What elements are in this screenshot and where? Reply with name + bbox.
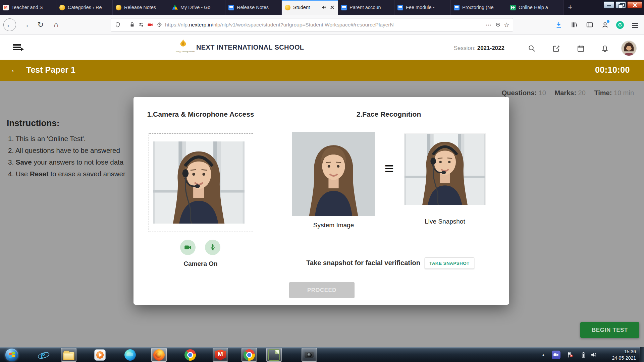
bookmark-star-icon[interactable]: ☆ <box>504 21 509 29</box>
tab-label: Student <box>293 5 319 10</box>
browser-tab-proctoring-ne[interactable]: Proctoring (Ne <box>451 0 507 15</box>
user-avatar[interactable] <box>621 41 637 56</box>
forward-button[interactable]: → <box>19 18 32 31</box>
tracking-shield-icon[interactable] <box>114 21 121 28</box>
url-text[interactable]: https://nlp.nexterp.in/nlp/nlp/v1/worksp… <box>165 22 482 28</box>
browser-tab-release-notes[interactable]: Release Notes <box>113 0 169 15</box>
pocket-icon[interactable] <box>495 21 501 28</box>
minimize-button[interactable] <box>604 1 614 8</box>
system-image <box>292 132 375 216</box>
tab-label: Categories ‹ Re <box>68 5 109 10</box>
edge-browser[interactable] <box>122 348 138 362</box>
internet-explorer[interactable]: e <box>35 348 51 362</box>
test-back-arrow-icon[interactable]: ← <box>10 64 19 75</box>
search-icon[interactable] <box>527 44 536 53</box>
test-title-bar: ← Test Paper 1 00:10:00 <box>0 60 644 81</box>
grammarly-icon[interactable]: G <box>616 21 624 29</box>
notes-icon <box>268 349 280 361</box>
mcafee-icon: M <box>215 349 226 361</box>
lock-icon[interactable] <box>129 21 136 28</box>
permissions-icon[interactable] <box>138 21 145 28</box>
action-center-flag-icon[interactable] <box>566 347 574 362</box>
library-icon[interactable] <box>570 21 578 29</box>
restore-button[interactable] <box>615 1 626 8</box>
notifications-bell-icon[interactable] <box>600 44 609 53</box>
home-icon: ⌂ <box>54 21 58 28</box>
file-explorer[interactable] <box>61 348 76 362</box>
take-snapshot-button[interactable]: TAKE SNAPSHOT <box>425 257 474 269</box>
instruction-text: 2. All questions have to be answered <box>8 146 120 154</box>
begin-test-button[interactable]: BEGIN TEST <box>580 322 639 338</box>
home-button[interactable]: ⌂ <box>50 18 62 31</box>
proctoring-modal: 1.Camera & Microphone Access 2.Face Reco… <box>133 97 509 305</box>
camera-status-label: Camera On <box>133 260 268 267</box>
notes-app[interactable] <box>266 348 282 362</box>
account-icon[interactable] <box>601 21 609 29</box>
zoom-meeting-tray-icon[interactable] <box>551 347 560 362</box>
browser-tab-student[interactable]: Student <box>282 0 338 15</box>
instruction-text: Save <box>16 158 32 166</box>
questions-value: 10 <box>539 89 546 97</box>
taskbar: eM ▲ 15:3624-05-2021 <box>0 347 644 362</box>
browser-tab-release-notes[interactable]: Release Notes <box>225 0 282 15</box>
media-player[interactable] <box>92 348 108 362</box>
tab-label: Parent accoun <box>350 5 391 10</box>
battery-icon[interactable] <box>579 347 587 362</box>
camera-toggle-button[interactable] <box>180 240 196 255</box>
school-logo: Next_LearningPlatform <box>176 38 191 53</box>
calendar-icon[interactable] <box>576 44 585 53</box>
camera-in-use-icon[interactable] <box>147 21 154 28</box>
show-desktop-button[interactable] <box>640 347 644 362</box>
test-meta: Questions: 10 Marks: 20 Time: 10 min <box>502 89 634 97</box>
chrome-icon <box>244 349 255 361</box>
url-domain: nexterp.in <box>189 22 212 27</box>
camera-mic-section-title: 1.Camera & Microphone Access <box>133 110 268 118</box>
tab-close-icon[interactable] <box>330 5 335 10</box>
firefox-browser[interactable] <box>151 348 167 362</box>
browser-tab-my-drive-go[interactable]: My Drive - Go <box>169 0 225 15</box>
browser-menu-icon[interactable] <box>631 21 639 29</box>
start-button[interactable] <box>4 348 19 362</box>
downloads-icon[interactable] <box>554 21 563 29</box>
instruction-item: 4. Use Reset to erase a saved answer <box>8 170 136 178</box>
browser-tab-fee-module[interactable]: Fee module - <box>394 0 451 15</box>
time-label: Time: <box>594 89 612 97</box>
new-tab-button[interactable]: + <box>564 0 577 15</box>
hidden-icons-chevron[interactable]: ▲ <box>540 347 546 362</box>
back-button[interactable]: ← <box>3 18 16 31</box>
sidebar-icon[interactable] <box>585 21 594 29</box>
url-path: /nlp/nlp/v1/workspace/student?urlgroup=S… <box>212 22 394 27</box>
docs-tab-icon <box>397 5 403 10</box>
chrome-browser[interactable] <box>182 348 198 362</box>
reader-target-icon[interactable] <box>156 21 163 28</box>
window-controls <box>604 1 642 8</box>
tray-date: 24-05-2021 <box>604 355 636 361</box>
chrome-browser-2[interactable] <box>241 348 257 362</box>
webcam-app[interactable] <box>302 348 317 362</box>
tab-audio-icon[interactable] <box>321 5 327 10</box>
microphone-toggle-button[interactable] <box>205 240 220 255</box>
instruction-text: your answers to not lose data <box>32 158 124 166</box>
proceed-button[interactable]: PROCEED <box>289 282 355 298</box>
chrome-icon <box>184 349 196 361</box>
desktop-screen: MTeacher and SCategories ‹ ReRelease Not… <box>0 0 644 362</box>
compose-icon[interactable] <box>552 44 560 53</box>
taskbar-clock[interactable]: 15:3624-05-2021 <box>604 349 636 361</box>
wmp-icon <box>94 349 106 361</box>
webcam-icon <box>304 349 315 361</box>
browser-tab-teacher-and-s[interactable]: MTeacher and S <box>0 0 56 15</box>
reload-button[interactable]: ↻ <box>34 18 47 31</box>
volume-icon[interactable] <box>589 347 598 362</box>
url-bar[interactable]: https://nlp.nexterp.in/nlp/nlp/v1/worksp… <box>111 18 513 32</box>
account-badge <box>607 20 609 23</box>
browser-tab-categories-re[interactable]: Categories ‹ Re <box>56 0 113 15</box>
browser-tab-parent-accoun[interactable]: Parent accoun <box>338 0 394 15</box>
yellow-tab-icon <box>116 5 121 10</box>
close-window-button[interactable] <box>627 1 642 8</box>
toolbar-right-icons: G <box>554 18 639 31</box>
mcafee-antivirus[interactable]: M <box>213 348 228 362</box>
browser-tab-online-help-a[interactable]: Online Help a <box>507 0 564 15</box>
app-menu-icon[interactable] <box>13 44 21 46</box>
start-icon <box>5 349 18 361</box>
page-actions-icon[interactable]: ⋯ <box>485 21 492 28</box>
